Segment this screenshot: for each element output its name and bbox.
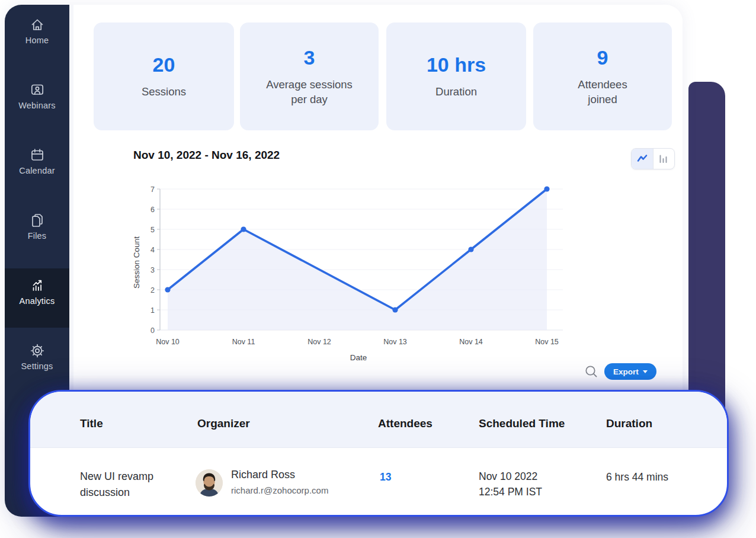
- search-button[interactable]: [582, 363, 600, 380]
- attendees-count-link[interactable]: 13: [380, 471, 391, 483]
- sidebar-item-calendar[interactable]: Calendar: [5, 138, 69, 197]
- svg-text:0: 0: [150, 326, 155, 335]
- table-header-row: Title Organizer Attendees Scheduled Time…: [30, 392, 727, 448]
- sidebar-item-label: Settings: [5, 361, 69, 371]
- bar-chart-icon: [658, 153, 669, 164]
- sidebar-item-analytics[interactable]: Analytics: [5, 268, 69, 328]
- sidebar-item-home[interactable]: Home: [5, 8, 69, 67]
- settings-icon: [30, 343, 45, 358]
- session-duration: 6 hrs 44 mins: [606, 471, 668, 483]
- svg-text:Nov 14: Nov 14: [459, 338, 483, 346]
- svg-text:Nov 11: Nov 11: [232, 338, 255, 346]
- caret-down-icon: [643, 370, 648, 373]
- sidebar-item-files[interactable]: Files: [5, 203, 69, 262]
- sidebar-item-label: Home: [5, 36, 69, 45]
- sessions-table-card: Title Organizer Attendees Scheduled Time…: [28, 390, 729, 517]
- session-title: New UI revamp discussion: [80, 469, 184, 500]
- export-button[interactable]: Export: [604, 363, 656, 380]
- column-header-duration: Duration: [606, 417, 652, 430]
- column-header-title: Title: [80, 417, 103, 430]
- sessions-line-chart: 01234567Nov 10Nov 11Nov 12Nov 13Nov 14No…: [127, 178, 575, 366]
- column-header-scheduled-time: Scheduled Time: [479, 417, 565, 430]
- svg-text:Session Count: Session Count: [132, 236, 141, 289]
- sidebar-item-label: Webinars: [5, 101, 69, 110]
- svg-text:Nov 13: Nov 13: [383, 338, 407, 346]
- sidebar-item-settings[interactable]: Settings: [5, 334, 69, 393]
- svg-text:Nov 10: Nov 10: [156, 338, 180, 346]
- sidebar-item-label: Files: [5, 231, 69, 241]
- sidebar-item-webinars[interactable]: Webinars: [5, 73, 69, 132]
- svg-text:2: 2: [150, 286, 155, 294]
- home-icon: [30, 17, 45, 33]
- stat-value: 10 hrs: [427, 53, 486, 76]
- svg-text:Date: Date: [350, 353, 367, 362]
- files-icon: [30, 213, 45, 228]
- export-button-label: Export: [613, 367, 639, 376]
- organizer-email: richard.r@zohocorp.com: [231, 485, 328, 495]
- stat-card-average-sessions: 3 Average sessions per day: [240, 23, 379, 130]
- svg-text:4: 4: [150, 246, 155, 254]
- bar-chart-view-button[interactable]: [653, 149, 675, 169]
- stat-value: 3: [304, 46, 315, 69]
- stat-label: Sessions: [142, 85, 186, 99]
- stat-card-duration: 10 hrs Duration: [386, 23, 526, 130]
- stat-value: 9: [597, 46, 608, 69]
- organizer-name: Richard Ross: [231, 469, 295, 481]
- stat-label: Duration: [435, 85, 477, 99]
- svg-text:Nov 15: Nov 15: [535, 338, 559, 346]
- svg-text:6: 6: [150, 206, 155, 214]
- organizer-avatar: [196, 469, 223, 497]
- calendar-icon: [30, 148, 45, 163]
- search-icon: [584, 364, 599, 379]
- stat-card-attendees-joined: 9 Attendees joined: [533, 23, 672, 130]
- svg-text:3: 3: [150, 266, 155, 274]
- line-chart-icon: [636, 153, 648, 164]
- svg-text:7: 7: [150, 185, 155, 194]
- scheduled-time: Nov 10 2022 12:54 PM IST: [479, 469, 550, 500]
- stat-label: Attendees joined: [570, 78, 635, 107]
- chart-date-range: Nov 10, 2022 - Nov 16, 2022: [133, 149, 280, 162]
- chart-view-toggle: [631, 148, 675, 169]
- sidebar-item-label: Analytics: [5, 296, 69, 306]
- stat-value: 20: [153, 53, 175, 76]
- line-chart-view-button[interactable]: [632, 149, 653, 169]
- stat-label: Average sessions per day: [259, 78, 360, 107]
- svg-text:5: 5: [150, 226, 155, 234]
- sidebar-item-label: Calendar: [5, 166, 69, 175]
- svg-text:1: 1: [150, 306, 155, 315]
- column-header-organizer: Organizer: [197, 417, 250, 430]
- svg-text:Nov 12: Nov 12: [307, 338, 331, 346]
- column-header-attendees: Attendees: [378, 417, 433, 430]
- page: Home Webinars: [0, 0, 756, 538]
- webinars-icon: [30, 82, 45, 98]
- stat-card-sessions: 20 Sessions: [94, 23, 234, 130]
- analytics-icon: [30, 278, 45, 293]
